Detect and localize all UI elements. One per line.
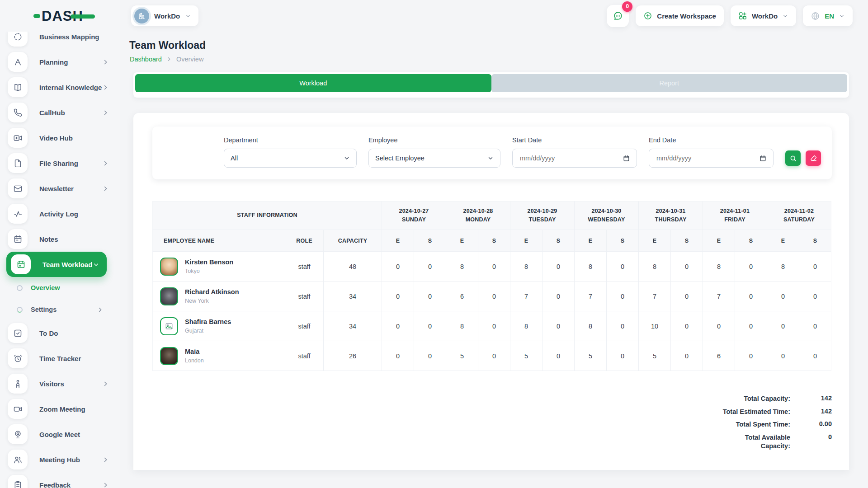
role-cell: staff [285,252,324,282]
employee-location: New York [185,298,239,304]
sidebar-item-internal-knowledge[interactable]: Internal Knowledge [0,75,120,100]
spent-value-cell: 0 [671,282,703,311]
employee-meta: Richard AtkinsonNew York [185,288,239,304]
role-cell: staff [285,311,324,341]
sidebar-item-label: Newsletter [39,185,102,192]
employee-label: Employee [368,136,500,144]
breadcrumb-dashboard-link[interactable]: Dashboard [130,56,162,63]
create-workspace-label: Create Workspace [657,12,716,20]
avatar[interactable] [160,347,178,365]
avatar[interactable] [160,258,178,276]
topbar: WorkDo 0 Create Workspace [120,0,868,32]
workspace-avatar [134,9,149,23]
spent-value-cell: 0 [735,252,767,282]
sidebar-item-planning[interactable]: Planning [0,49,120,75]
visitors-icon [8,374,28,394]
total-value: 142 [802,394,832,404]
reset-filter-button[interactable] [806,150,821,166]
sidebar-item-google-meet[interactable]: Google Meet [0,422,120,447]
employee-cell: Kirsten BensonTokyo [152,252,285,282]
sidebar-item-callhub[interactable]: CallHub [0,100,120,125]
employee-location: Tokyo [185,268,233,274]
total-row: Total Capacity:142 [714,394,832,404]
day-date: 2024-10-30 [592,207,622,216]
sidebar-item-business-mapping[interactable]: Business Mapping [0,32,120,49]
spent-value-cell: 0 [542,311,575,341]
total-label: Total Available Capacity: [714,433,790,451]
spent-value-cell: 0 [799,282,831,311]
sidebar-item-zoom-meeting[interactable]: Zoom Meeting [0,396,120,422]
spent-value-cell: 0 [607,282,639,311]
avatar[interactable] [160,287,178,305]
sidebar-item-label: Google Meet [39,431,109,438]
spent-header: S [542,230,575,252]
workspace-name: WorkDo [154,12,180,20]
spent-header: S [478,230,510,252]
calendar-icon[interactable] [759,155,767,162]
estimated-value-cell: 8 [446,252,478,282]
sidebar-item-label: Visitors [39,380,102,388]
sidebar-item-newsletter[interactable]: Newsletter [0,176,120,201]
sidebar-item-label: Team Workload [42,261,93,268]
day-name: WEDNESDAY [588,216,625,224]
breadcrumb: Dashboard Overview [130,56,849,63]
app-logo[interactable]: DASH [0,0,120,32]
chevron-right-icon [102,456,109,463]
grid-plus-icon [738,11,747,20]
estimated-value-cell: 0 [382,341,414,371]
employee-select[interactable]: Select Employee [368,149,500,168]
business-mapping-icon [8,32,28,47]
sidebar-item-to-do[interactable]: To Do [0,320,120,346]
tab-workload[interactable]: Workload [135,74,491,92]
estimated-value-cell: 10 [639,311,671,341]
calendar-icon[interactable] [623,155,630,162]
day-column-header: 2024-10-27SUNDAY [382,201,446,230]
sidebar-item-activity-log[interactable]: Activity Log [0,201,120,226]
main-area: WorkDo 0 Create Workspace [120,0,868,488]
chevron-right-icon [166,56,172,62]
workspace-switcher[interactable]: WorkDo [731,5,796,26]
sidebar-item-team-workload[interactable]: Team Workload [6,252,107,277]
chevron-right-icon [102,84,109,91]
filter-actions [785,150,821,166]
end-date-input[interactable] [656,154,755,162]
app-root: DASH Business MappingPlanningInternal Kn… [0,0,868,488]
file-sharing-icon [8,153,28,173]
day-column-header: 2024-10-28MONDAY [446,201,510,230]
activity-log-icon [8,204,28,224]
sidebar-item-notes[interactable]: Notes [0,226,120,252]
breadcrumb-current: Overview [176,56,203,63]
sidebar-item-video-hub[interactable]: Video Hub [0,125,120,150]
sidebar-item-feedback[interactable]: Feedback [0,472,120,488]
spent-value-cell: 0 [671,341,703,371]
start-date-input-wrap [512,149,637,168]
estimated-value-cell: 7 [575,282,607,311]
time-tracker-icon [8,348,28,368]
department-field: Department All [224,136,357,168]
sidebar-item-visitors[interactable]: Visitors [0,371,120,396]
department-value: All [231,155,238,162]
department-select[interactable]: All [224,149,357,168]
zoom-meeting-icon [8,399,28,419]
day-date: 2024-11-02 [784,207,814,216]
spent-value-cell: 0 [542,341,575,371]
sidebar-item-meeting-hub[interactable]: Meeting Hub [0,447,120,472]
total-value: 0 [802,433,832,451]
estimated-value-cell: 8 [575,311,607,341]
sidebar-subitem-settings[interactable]: Settings [0,299,120,320]
day-column-header: 2024-10-30WEDNESDAY [575,201,639,230]
sidebar-subitem-overview[interactable]: Overview [0,277,120,299]
employee-field: Employee Select Employee [368,136,500,168]
messages-button[interactable]: 0 [607,5,629,27]
tab-report[interactable]: Report [491,74,848,92]
sidebar-item-file-sharing[interactable]: File Sharing [0,150,120,176]
search-button[interactable] [785,150,801,166]
workspace-selector[interactable]: WorkDo [131,5,198,26]
broken-avatar-image[interactable] [160,317,178,335]
sidebar-item-time-tracker[interactable]: Time Tracker [0,346,120,371]
video-hub-icon [8,128,28,148]
create-workspace-button[interactable]: Create Workspace [636,5,724,26]
language-selector[interactable]: EN [803,5,853,26]
spent-value-cell: 0 [414,252,446,282]
start-date-input[interactable] [519,154,619,162]
